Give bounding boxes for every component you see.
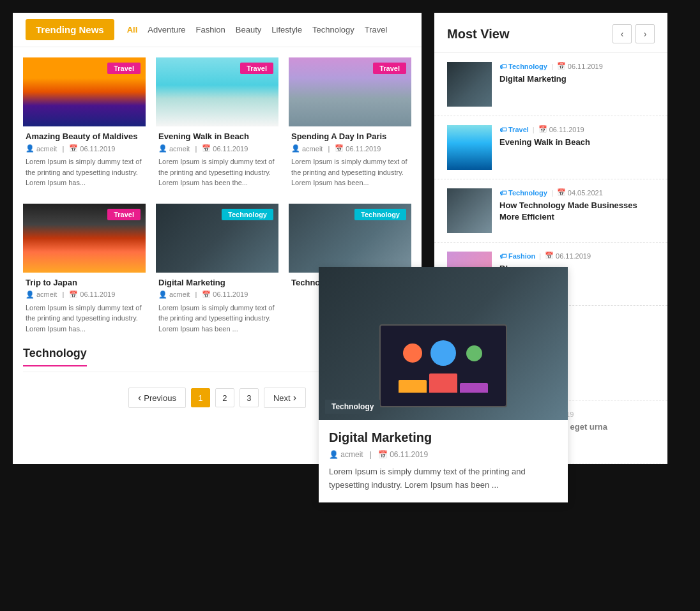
user-icon: 👤 (158, 144, 167, 153)
author-meta: 👤 acmeit (26, 144, 57, 153)
user-icon: 👤 (26, 144, 34, 153)
card-meta: 👤 acmeit | 📅 06.11.2019 (291, 144, 409, 153)
card-excerpt: Lorem Ipsum is simply dummy text of the … (158, 156, 276, 188)
most-view-title: Most View (447, 27, 509, 41)
card-japan[interactable]: Travel Trip to Japan 👤 acmeit | 📅 (23, 204, 146, 340)
meta-sep: | (533, 126, 535, 133)
featured-author: acmeit (340, 450, 363, 459)
nav-beauty[interactable]: Beauty (236, 25, 261, 34)
nav-lifestyle[interactable]: Lifestyle (271, 25, 302, 34)
card-image-wrap: Technology (156, 204, 278, 273)
meta-divider: | (370, 450, 372, 459)
card-image-wrap: Travel (156, 57, 278, 126)
category-badge: Travel (240, 63, 273, 74)
meta-category: 🏷 Fashion (499, 252, 535, 260)
chart-visual (393, 334, 494, 398)
featured-popup[interactable]: Technology Digital Marketing 👤 acmeit | … (319, 267, 568, 477)
date-sep: | (62, 145, 64, 153)
page-1[interactable]: 1 (191, 388, 210, 407)
card-maldives[interactable]: Travel Amazing Beauty of Maldives 👤 acme… (23, 57, 146, 193)
card-excerpt: Lorem Ipsum is simply dummy text of the … (158, 303, 276, 335)
date-meta: 📅 06.11.2019 (202, 144, 248, 153)
featured-date-wrap: 📅 06.11.2019 (378, 450, 428, 459)
category-badge: Travel (107, 63, 141, 74)
cal-icon: 📅 (378, 450, 388, 459)
card-image-wrap: Travel (23, 57, 146, 126)
nav-adventure[interactable]: Adventure (148, 25, 185, 34)
card-digital-marketing[interactable]: Technology Digital Marketing 👤 acmeit | … (156, 204, 278, 340)
most-view-next-btn[interactable]: › (635, 24, 655, 43)
page-3[interactable]: 3 (240, 388, 259, 407)
nav-technology[interactable]: Technology (312, 25, 354, 34)
trending-header: Trending News All Adventure Fashion Beau… (13, 13, 422, 47)
nav-travel[interactable]: Travel (365, 25, 388, 34)
featured-excerpt: Lorem Ipsum is simply dummy text of the … (329, 465, 558, 477)
next-label: Next (273, 393, 291, 403)
next-button[interactable]: Next (264, 388, 306, 408)
most-view-nav-arrows: ‹ › (612, 24, 655, 43)
card-paris[interactable]: Travel Spending A Day In Paris 👤 acmeit … (289, 57, 411, 193)
meta-category: 🏷 Travel (499, 126, 529, 133)
most-view-prev-btn[interactable]: ‹ (612, 24, 632, 43)
author-meta: 👤 acmeit (291, 144, 323, 153)
meta-sep: | (551, 189, 553, 197)
tech-heading: Technology (23, 347, 87, 366)
author-meta: 👤 acmeit (158, 144, 190, 153)
tag-icon: 🏷 (499, 189, 506, 197)
meta-date: 📅 04.05.2021 (557, 188, 603, 197)
user-icon: 👤 (291, 144, 300, 153)
card-body: Trip to Japan 👤 acmeit | 📅 06.11.2019 (23, 273, 146, 340)
featured-body: Digital Marketing 👤 acmeit | 📅 06.11.201… (319, 420, 568, 477)
most-view-info: 🏷 Technology | 📅 06.11.2019 Digital Mark… (499, 62, 655, 85)
category-badge: Travel (107, 209, 141, 220)
most-view-item-title: Evening Walk in Beach (499, 137, 655, 148)
card-image-wrap: Travel (23, 204, 146, 273)
date-meta: 📅 06.11.2019 (69, 144, 115, 153)
tag-icon: 🏷 (499, 126, 506, 133)
most-view-info: 🏷 Technology | 📅 04.05.2021 How Technolo… (499, 188, 655, 223)
cal-icon: 📅 (335, 144, 344, 153)
most-view-meta: 🏷 Technology | 📅 04.05.2021 (499, 188, 655, 197)
cal-icon: 📅 (557, 62, 566, 70)
category-badge: Technology (222, 209, 273, 220)
card-body: Spending A Day In Paris 👤 acmeit | 📅 06.… (289, 126, 411, 193)
thumb-business (447, 188, 492, 233)
page-2[interactable]: 2 (215, 388, 234, 407)
tag-icon: 🏷 (499, 63, 506, 70)
category-badge: Technology (354, 209, 406, 220)
cal-icon: 📅 (545, 252, 554, 260)
card-excerpt: Lorem Ipsum is simply dummy text of the … (26, 303, 143, 335)
date-meta: 📅 06.11.2019 (69, 290, 115, 299)
category-badge: Travel (373, 63, 406, 74)
card-title: Spending A Day In Paris (291, 132, 409, 141)
card-title: Amazing Beauty of Maldives (26, 132, 143, 141)
cal-icon: 📅 (69, 144, 78, 153)
prev-button[interactable]: Previous (128, 388, 186, 408)
most-view-item[interactable]: 🏷 Travel | 📅 06.11.2019 Evening Walk in … (434, 116, 667, 179)
nav-all[interactable]: All (127, 25, 138, 34)
most-view-item[interactable]: 🏷 Technology | 📅 06.11.2019 Digital Mark… (434, 53, 667, 116)
card-beach[interactable]: Travel Evening Walk in Beach 👤 acmeit | … (156, 57, 278, 193)
author-meta: 👤 acmeit (158, 290, 190, 299)
cal-icon: 📅 (202, 144, 211, 153)
most-view-info: 🏷 Travel | 📅 06.11.2019 Evening Walk in … (499, 125, 655, 148)
meta-date: 📅 06.11.2019 (557, 62, 603, 70)
most-view-header: Most View ‹ › (434, 13, 667, 53)
user-icon: 👤 (158, 290, 167, 299)
featured-author-wrap: 👤 acmeit (329, 450, 363, 459)
meta-date: 📅 06.11.2019 (545, 252, 591, 260)
most-view-meta: 🏷 Technology | 📅 06.11.2019 (499, 62, 655, 70)
laptop-visual (379, 324, 507, 407)
most-view-item-title: How Technology Made Businesses More Effi… (499, 200, 655, 223)
featured-meta: 👤 acmeit | 📅 06.11.2019 (329, 450, 558, 459)
card-excerpt: Lorem Ipsum is simply dummy text of the … (26, 156, 143, 188)
card-meta: 👤 acmeit | 📅 06.11.2019 (26, 290, 143, 299)
category-nav: All Adventure Fashion Beauty Lifestyle T… (127, 25, 388, 34)
card-title: Trip to Japan (26, 278, 143, 287)
most-view-meta: 🏷 Fashion | 📅 06.11.2019 (499, 252, 655, 260)
card-body: Evening Walk in Beach 👤 acmeit | 📅 06.11… (156, 126, 278, 193)
most-view-item[interactable]: 🏷 Technology | 📅 04.05.2021 How Technolo… (434, 179, 667, 243)
featured-date: 06.11.2019 (390, 450, 428, 459)
user-icon: 👤 (329, 450, 339, 459)
nav-fashion[interactable]: Fashion (196, 25, 225, 34)
